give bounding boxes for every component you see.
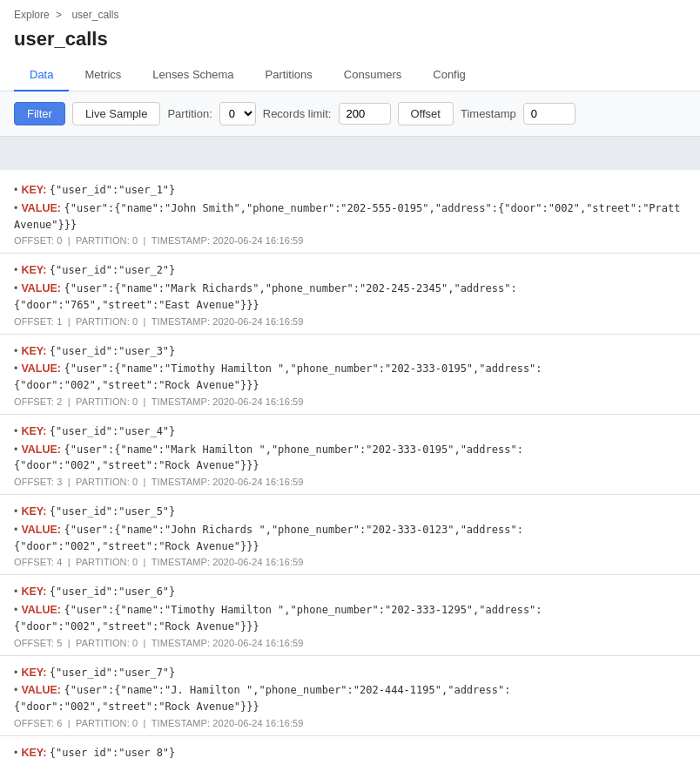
live-sample-button[interactable]: Live Sample (72, 102, 161, 125)
record-meta: OFFSET: 3 | PARTITION: 0 | TIMESTAMP: 20… (14, 477, 686, 487)
tab-metrics[interactable]: Metrics (69, 59, 137, 91)
timestamp-input[interactable] (523, 103, 575, 125)
record-meta: OFFSET: 6 | PARTITION: 0 | TIMESTAMP: 20… (14, 718, 686, 728)
record-meta: OFFSET: 1 | PARTITION: 0 | TIMESTAMP: 20… (14, 316, 686, 327)
record-meta: OFFSET: 4 | PARTITION: 0 | TIMESTAMP: 20… (14, 557, 686, 567)
record-value-line: •VALUE: {"user":{"name":"J. Hamilton ","… (14, 682, 686, 715)
filter-bar (0, 137, 700, 170)
record-value-line: •VALUE: {"user":{"name":"Mark Richards",… (14, 281, 686, 314)
partition-label: Partition: (167, 107, 212, 120)
record-value-line: •VALUE: {"user":{"name":"Timothy Hamilto… (14, 602, 686, 635)
breadcrumb-current: user_calls (71, 9, 118, 21)
tab-bar: Data Metrics Lenses Schema Partitions Co… (0, 59, 700, 91)
table-row: •KEY: {"user_id":"user_2"} •VALUE: {"use… (0, 254, 700, 334)
page-title: user_calls (0, 24, 700, 59)
timestamp-label: Timestamp (461, 107, 516, 120)
record-value-line: •VALUE: {"user":{"name":"John Smith","ph… (14, 200, 686, 233)
filter-button[interactable]: Filter (14, 102, 65, 125)
record-meta: OFFSET: 5 | PARTITION: 0 | TIMESTAMP: 20… (14, 638, 686, 648)
record-value-line: •VALUE: {"user":{"name":"Mark Hamilton "… (14, 442, 686, 475)
table-row: •KEY: {"user_id":"user_4"} •VALUE: {"use… (0, 415, 700, 495)
partition-select[interactable]: 0 (219, 102, 256, 125)
tab-consumers[interactable]: Consumers (328, 59, 417, 91)
record-key-line: •KEY: {"user_id":"user_1"} (14, 182, 686, 199)
table-row: •KEY: {"user_id":"user_7"} •VALUE: {"use… (0, 656, 700, 736)
record-value-line: •VALUE: {"user":{"name":"John Richards "… (14, 522, 686, 555)
breadcrumb-explore[interactable]: Explore (14, 9, 50, 21)
record-meta: OFFSET: 2 | PARTITION: 0 | TIMESTAMP: 20… (14, 396, 686, 407)
record-value-line: •VALUE: {"user":{"name":"Timothy Hamilto… (14, 361, 686, 394)
record-key-line: •KEY: {"user_id":"user_3"} (14, 343, 686, 360)
toolbar: Filter Live Sample Partition: 0 Records … (0, 91, 700, 137)
record-key-line: •KEY: {"user_id":"user_7"} (14, 665, 686, 681)
record-key-line: •KEY: {"user_id":"user_4"} (14, 423, 686, 440)
table-row: •KEY: {"user_id":"user_8"} •VALUE: {"use… (0, 736, 700, 758)
data-area: •KEY: {"user_id":"user_1"} •VALUE: {"use… (0, 137, 700, 758)
table-row: •KEY: {"user_id":"user_3"} •VALUE: {"use… (0, 335, 700, 415)
table-row: •KEY: {"user_id":"user_6"} •VALUE: {"use… (0, 575, 700, 655)
record-key-line: •KEY: {"user_id":"user_6"} (14, 584, 686, 600)
offset-button[interactable]: Offset (398, 102, 454, 125)
tab-lenses-schema[interactable]: Lenses Schema (137, 59, 249, 91)
tab-data[interactable]: Data (14, 59, 69, 91)
record-key-line: •KEY: {"user_id":"user_2"} (14, 262, 686, 279)
record-key-line: •KEY: {"user_id":"user_8"} (14, 745, 686, 758)
breadcrumb-separator: > (56, 9, 62, 21)
tab-config[interactable]: Config (417, 59, 481, 91)
record-meta: OFFSET: 0 | PARTITION: 0 | TIMESTAMP: 20… (14, 235, 686, 246)
breadcrumb: Explore > user_calls (0, 0, 700, 24)
records-limit-label: Records limit: (263, 107, 332, 120)
table-row: •KEY: {"user_id":"user_5"} •VALUE: {"use… (0, 495, 700, 575)
records-limit-input[interactable] (339, 103, 391, 125)
records-container: •KEY: {"user_id":"user_1"} •VALUE: {"use… (0, 173, 700, 758)
record-key-line: •KEY: {"user_id":"user_5"} (14, 504, 686, 520)
tab-partitions[interactable]: Partitions (250, 59, 328, 91)
table-row: •KEY: {"user_id":"user_1"} •VALUE: {"use… (0, 173, 700, 254)
